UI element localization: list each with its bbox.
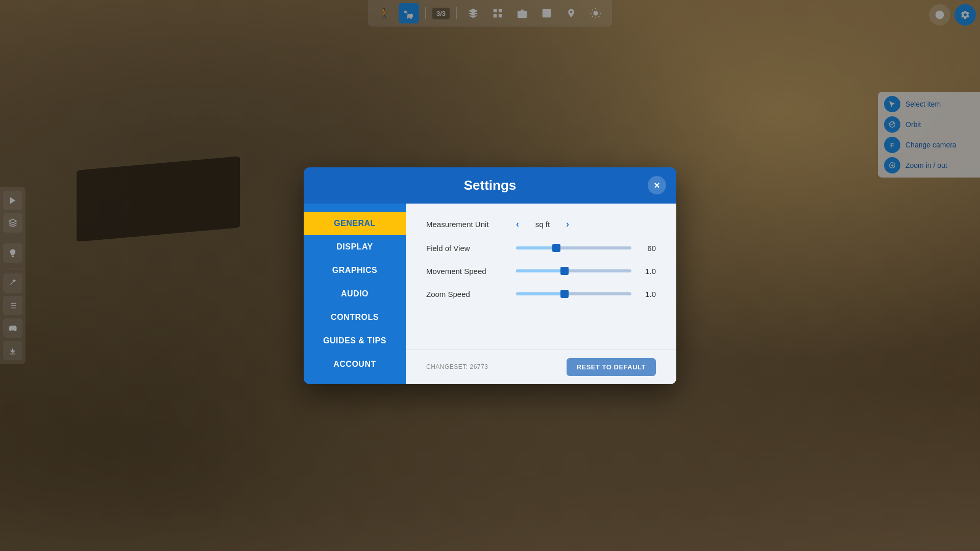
measurement-unit-label: Measurement Unit	[426, 220, 508, 229]
unit-prev-btn[interactable]: ‹	[516, 219, 519, 230]
changeset-label: CHANGESET: 26773	[426, 363, 488, 370]
field-of-view-row: Field of View 60	[426, 244, 656, 253]
nav-item-display[interactable]: DISPLAY	[304, 235, 406, 259]
measurement-unit-control: ‹ sq ft ›	[516, 219, 656, 230]
modal-content: Measurement Unit ‹ sq ft › Field of View	[406, 204, 676, 384]
movement-speed-slider-container: 1.0	[516, 267, 656, 276]
field-of-view-fill	[516, 246, 556, 249]
reset-to-default-btn[interactable]: RESET TO DEFAULT	[567, 358, 656, 376]
unit-next-btn[interactable]: ›	[566, 219, 569, 230]
movement-speed-label: Movement Speed	[426, 267, 508, 276]
zoom-speed-thumb[interactable]	[560, 290, 569, 298]
unit-selector: ‹ sq ft ›	[516, 219, 656, 230]
modal-nav: GENERAL DISPLAY GRAPHICS AUDIO CONTROLS …	[304, 204, 406, 384]
zoom-speed-track[interactable]	[516, 292, 631, 295]
modal-title: Settings	[464, 178, 517, 193]
nav-item-guides-tips[interactable]: GUIDES & TIPS	[304, 329, 406, 353]
content-inner: Measurement Unit ‹ sq ft › Field of View	[406, 204, 676, 349]
zoom-speed-label: Zoom Speed	[426, 290, 508, 298]
nav-item-audio[interactable]: AUDIO	[304, 282, 406, 306]
settings-modal: Settings × GENERAL DISPLAY GRAPHICS AUDI…	[304, 167, 676, 384]
movement-speed-row: Movement Speed 1.0	[426, 267, 656, 276]
field-of-view-thumb[interactable]	[552, 244, 560, 252]
nav-item-account[interactable]: ACCOUNT	[304, 353, 406, 376]
modal-close-btn[interactable]: ×	[648, 176, 666, 194]
field-of-view-track[interactable]	[516, 246, 631, 249]
movement-speed-track[interactable]	[516, 269, 631, 272]
movement-speed-control: 1.0	[516, 267, 656, 276]
nav-item-general[interactable]: GENERAL	[304, 212, 406, 235]
field-of-view-slider-container: 60	[516, 244, 656, 253]
field-of-view-control: 60	[516, 244, 656, 253]
field-of-view-label: Field of View	[426, 244, 508, 253]
movement-speed-thumb[interactable]	[560, 267, 569, 275]
unit-value: sq ft	[527, 220, 558, 229]
modal-header: Settings ×	[304, 167, 676, 204]
field-of-view-value: 60	[638, 244, 656, 253]
zoom-speed-control: 1.0	[516, 290, 656, 298]
measurement-unit-row: Measurement Unit ‹ sq ft ›	[426, 219, 656, 230]
zoom-speed-value: 1.0	[638, 290, 656, 298]
zoom-speed-fill	[516, 292, 565, 295]
movement-speed-value: 1.0	[638, 267, 656, 276]
zoom-speed-slider-container: 1.0	[516, 290, 656, 298]
nav-item-graphics[interactable]: GRAPHICS	[304, 259, 406, 282]
modal-body: GENERAL DISPLAY GRAPHICS AUDIO CONTROLS …	[304, 204, 676, 384]
content-footer: CHANGESET: 26773 RESET TO DEFAULT	[406, 349, 676, 384]
nav-item-controls[interactable]: CONTROLS	[304, 306, 406, 329]
movement-speed-fill	[516, 269, 565, 272]
modal-overlay: Settings × GENERAL DISPLAY GRAPHICS AUDI…	[0, 0, 980, 551]
zoom-speed-row: Zoom Speed 1.0	[426, 290, 656, 298]
